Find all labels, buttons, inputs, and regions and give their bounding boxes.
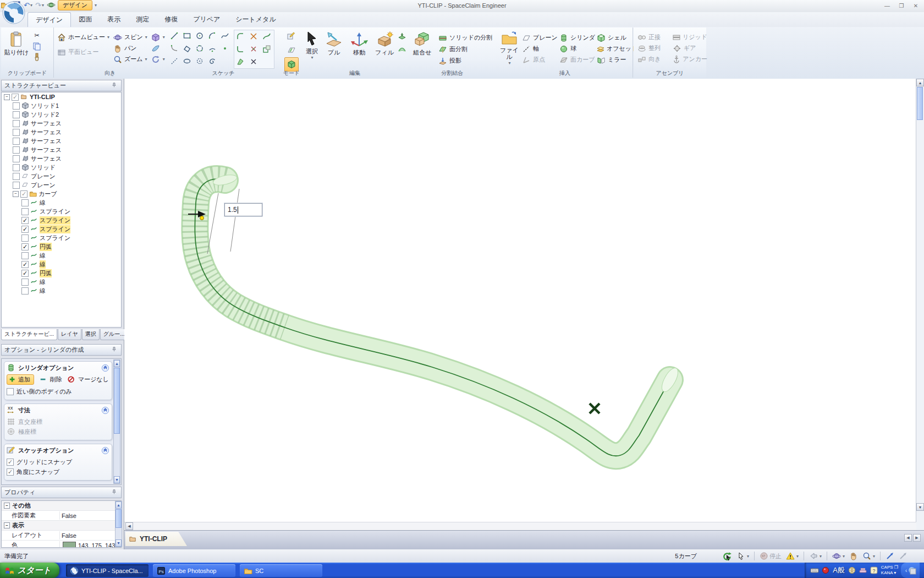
原点-button[interactable]: 原点 <box>521 54 558 65</box>
property-row-作図要素[interactable]: 作図要素False <box>2 511 121 521</box>
面カーブ-button[interactable]: 面カーブ <box>559 54 595 65</box>
tree-item-ソリッド1[interactable]: ソリッド1 <box>2 101 121 110</box>
tree-checkbox[interactable]: ✓ <box>21 270 29 277</box>
status-pan-button[interactable] <box>848 550 859 561</box>
collapse-chevron-icon[interactable] <box>101 364 109 372</box>
panel-tab-グルー...[interactable]: グルー... <box>100 329 128 340</box>
tree-item-線[interactable]: 線 <box>2 251 121 260</box>
オフセット-button[interactable]: オフセット <box>596 43 632 54</box>
sketch-tangent-curve-icon[interactable] <box>261 30 273 42</box>
home-view-button[interactable]: ホームビュー▾ <box>57 32 109 42</box>
tree-checkbox[interactable] <box>21 287 29 295</box>
tree-checkbox[interactable]: ✓ <box>12 94 19 101</box>
sketch-cross-icon[interactable] <box>248 56 260 68</box>
status-sketch-arrow-gray-button[interactable] <box>898 550 909 561</box>
sketch-point-icon[interactable] <box>219 42 231 54</box>
tree-item-ソリッド[interactable]: ソリッド <box>2 163 121 172</box>
snap-grid-row[interactable]: ✓ グリッドにスナップ <box>7 457 109 467</box>
tree-checkbox[interactable] <box>21 235 29 242</box>
球-button[interactable]: 球 <box>559 43 595 54</box>
taskbar-task-YTI-CLIP - SpaceCla...[interactable]: YTI-CLIP - SpaceCla... <box>66 564 148 577</box>
taskbar-task-Adobe Photoshop[interactable]: PsAdobe Photoshop <box>153 564 235 577</box>
cartesian-button[interactable]: 直交座標 <box>7 417 109 427</box>
ソリッドの分割-button[interactable]: ソリッドの分割 <box>438 32 492 43</box>
プレーン-button[interactable]: プレーン <box>521 32 558 43</box>
design-canvas[interactable]: 1.5 ▲ ▼ ◀ YTI-CLIP ◀ ▶ <box>124 79 924 549</box>
status-stop-button[interactable]: ST停止 <box>758 550 783 561</box>
tree-expander-icon[interactable]: − <box>4 94 10 100</box>
snap-angle-checkbox[interactable]: ✓ <box>7 468 14 476</box>
canvas-horizontal-scrollbar[interactable]: ◀ <box>124 522 916 531</box>
正接-button[interactable]: 正接 <box>637 32 672 42</box>
tree-item-サーフェス[interactable]: サーフェス <box>2 128 121 137</box>
brush-icon[interactable] <box>859 566 867 575</box>
restore-button[interactable]: ❐ <box>897 2 906 10</box>
app-logo-icon[interactable] <box>2 1 26 25</box>
section-expander-icon[interactable]: − <box>4 522 10 528</box>
add-button[interactable]: 追加 <box>7 374 34 385</box>
tree-item-線[interactable]: 線 <box>2 286 121 295</box>
status-zoom-button[interactable]: ▾ <box>861 550 876 561</box>
replace-face-icon[interactable] <box>397 31 407 41</box>
taskbar-task-SC[interactable]: SC <box>240 564 322 577</box>
status-select-rotate-button[interactable] <box>721 550 733 561</box>
minimize-button[interactable]: — <box>882 2 892 10</box>
tree-item-円弧[interactable]: ✓円弧 <box>2 269 121 277</box>
tree-checkbox[interactable] <box>13 146 20 154</box>
シェル-button[interactable]: シェル <box>596 32 632 43</box>
plan-view-button[interactable]: 平面ビュー <box>57 47 109 57</box>
tree-item-サーフェス[interactable]: サーフェス <box>2 154 121 163</box>
section-expander-icon[interactable]: − <box>4 503 10 509</box>
tree-item-線[interactable]: 線 <box>2 198 121 207</box>
panel-tab-ストラクチャービ...[interactable]: ストラクチャービ... <box>1 329 57 340</box>
向き-button[interactable]: 向き <box>637 54 672 64</box>
format-painter-icon[interactable] <box>32 52 42 62</box>
help-icon[interactable]: ? <box>870 566 878 575</box>
status-warning-button[interactable]: ▾ <box>785 550 800 561</box>
remove-button[interactable]: 削除 <box>40 375 62 385</box>
start-button[interactable]: スタート <box>0 563 59 578</box>
file-button[interactable]: ファイル ▾ <box>497 29 521 66</box>
sketch-fold-icon[interactable] <box>234 56 246 68</box>
caps-kana-indicator[interactable]: CAPS ❐KANA ▾ <box>881 565 898 576</box>
軸-button[interactable]: 軸 <box>521 43 558 54</box>
status-prev-view-button[interactable]: ▾ <box>808 550 823 561</box>
ribbon-tab-図面[interactable]: 図面 <box>71 12 100 27</box>
tree-item-プレーン[interactable]: プレーン <box>2 181 121 189</box>
section-mode-button[interactable] <box>285 43 298 57</box>
移動-button[interactable]: 移動 <box>346 29 372 61</box>
collapse-chevron-icon[interactable] <box>101 406 109 415</box>
tab-scroll-right-icon[interactable]: ▶ <box>913 534 921 542</box>
cut-icon[interactable]: ✂ <box>32 30 42 40</box>
sketch-circle-icon[interactable] <box>194 30 206 42</box>
sketch-split-curve-icon[interactable] <box>248 43 260 55</box>
フィル-button[interactable]: フィル <box>372 29 397 61</box>
tree-item-線[interactable]: ✓線 <box>2 260 121 269</box>
sketch-construction-line-icon[interactable] <box>168 55 180 67</box>
status-spin-button[interactable]: ▾ <box>831 550 846 561</box>
select-button[interactable]: 選択 ▾ <box>302 29 321 61</box>
no-merge-button[interactable]: マージなし <box>68 375 109 385</box>
tree-expander-icon[interactable]: − <box>13 191 19 197</box>
snap-angle-row[interactable]: ✓ 角度にスナップ <box>7 467 109 477</box>
tree-item-スプライン[interactable]: ✓スプライン <box>2 225 121 233</box>
投影-button[interactable]: 投影 <box>438 56 492 66</box>
property-row-色[interactable]: 色143, 175, 143 <box>2 541 121 548</box>
zoom-button[interactable]: ズーム▾ <box>113 54 147 64</box>
status-cursor-button[interactable]: ▾ <box>735 550 750 561</box>
sketch-ellipse-icon[interactable] <box>181 55 193 67</box>
close-button[interactable]: ✕ <box>911 2 921 10</box>
property-section-その他[interactable]: −その他 <box>2 501 121 511</box>
collapse-chevron-icon[interactable] <box>101 446 109 455</box>
シリンダ-button[interactable]: シリンダ <box>559 32 595 43</box>
tree-checkbox[interactable] <box>21 208 29 215</box>
tree-checkbox[interactable] <box>13 102 20 110</box>
整列-button[interactable]: 整列 <box>637 43 672 53</box>
ribbon-tab-プリペア[interactable]: プリペア <box>185 12 228 27</box>
ribbon-tab-測定[interactable]: 測定 <box>128 12 157 27</box>
sketch-mode-button[interactable] <box>285 30 298 43</box>
tree-checkbox[interactable] <box>13 155 20 162</box>
tree-item-プレーン[interactable]: プレーン <box>2 172 121 181</box>
tree-checkbox[interactable] <box>21 279 29 286</box>
tree-item-スプライン[interactable]: ✓スプライン <box>2 216 121 225</box>
